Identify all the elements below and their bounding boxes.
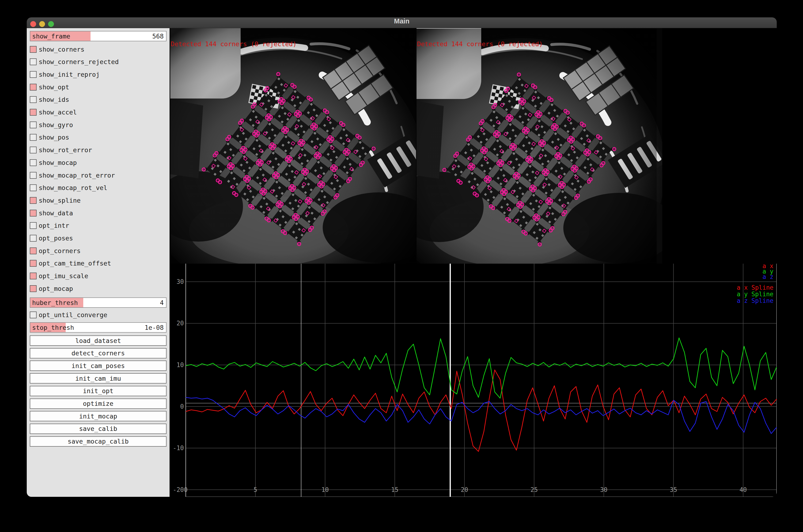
button-save_mocap_calib[interactable]: save_mocap_calib <box>30 436 167 446</box>
checkbox-box[interactable] <box>30 172 37 179</box>
y-tick-label: 30 <box>177 278 184 285</box>
checkbox-label: opt_imu_scale <box>39 272 88 280</box>
x-tick-label: 40 <box>740 486 747 493</box>
checkbox-box[interactable] <box>30 159 37 166</box>
x-tick-label: 35 <box>670 486 677 493</box>
checkbox-box[interactable] <box>30 71 37 78</box>
titlebar: Main <box>27 17 777 28</box>
button-detect_corners[interactable]: detect_corners <box>30 348 167 358</box>
legend-spline-entry[interactable]: a y Spline <box>737 291 773 298</box>
checkbox-label: show_accel <box>39 109 77 116</box>
checkbox-opt_intr[interactable]: opt_intr <box>30 221 69 231</box>
button-save_calib[interactable]: save_calib <box>30 424 167 434</box>
camera-view-left: Detected 144 corners (0 rejected) <box>170 28 416 264</box>
checkbox-box[interactable] <box>30 210 37 216</box>
slider-stop_thresh[interactable]: stop_thresh1e-08 <box>30 322 167 332</box>
checkbox-label: show_ids <box>39 96 69 103</box>
camera-view-right: Detected 144 corners (0 rejected) <box>417 28 662 264</box>
checkbox-box[interactable] <box>30 272 37 279</box>
sidebar-panel: show_frame568show_cornersshow_corners_re… <box>27 28 170 497</box>
checkbox-opt_imu_scale[interactable]: opt_imu_scale <box>30 271 88 281</box>
checkbox-box[interactable] <box>30 96 37 103</box>
checkbox-show_rot_error[interactable]: show_rot_error <box>30 145 92 155</box>
checkbox-label: show_pos <box>39 134 69 141</box>
checkbox-show_corners[interactable]: show_corners <box>30 44 84 54</box>
checkbox-box[interactable] <box>30 147 37 153</box>
slider-value: 4 <box>160 298 164 307</box>
legend-spline-entry[interactable]: a x Spline <box>737 284 773 291</box>
button-init_opt[interactable]: init_opt <box>30 386 167 396</box>
checkbox-show_mocap[interactable]: show_mocap <box>30 157 77 168</box>
checkbox-label: opt_mocap <box>39 285 73 292</box>
checkbox-box[interactable] <box>30 58 37 65</box>
button-init_cam_imu[interactable]: init_cam_imu <box>30 373 167 383</box>
checkbox-opt_corners[interactable]: opt_corners <box>30 246 81 256</box>
checkbox-show_corners_rejected[interactable]: show_corners_rejected <box>30 57 119 67</box>
x-tick-label: 30 <box>600 486 607 493</box>
y-tick-label: 0 <box>180 403 184 410</box>
checkbox-show_mocap_rot_error[interactable]: show_mocap_rot_error <box>30 170 115 180</box>
checkbox-box[interactable] <box>30 311 37 318</box>
checkbox-box[interactable] <box>30 235 37 242</box>
checkbox-box[interactable] <box>30 260 37 267</box>
button-init_mocap[interactable]: init_mocap <box>30 411 167 421</box>
slider-value: 1e-08 <box>145 323 164 332</box>
button-load_dataset[interactable]: load_dataset <box>30 336 167 346</box>
checkbox-box[interactable] <box>30 46 37 53</box>
slider-label: huber_thresh <box>32 298 78 307</box>
checkbox-box[interactable] <box>30 134 37 141</box>
checkbox-label: opt_intr <box>39 222 69 229</box>
button-init_cam_poses[interactable]: init_cam_poses <box>30 361 167 371</box>
x-tick-label: 10 <box>322 486 329 493</box>
legend-data-entry[interactable]: a z <box>762 273 773 280</box>
slider-huber_thresh[interactable]: huber_thresh4 <box>30 298 167 308</box>
legend-spline-entry[interactable]: a z Spline <box>737 297 773 304</box>
checkbox-label: show_corners_rejected <box>39 58 119 65</box>
checkbox-opt_mocap[interactable]: opt_mocap <box>30 283 73 294</box>
x-tick-label: 15 <box>391 486 399 493</box>
accel-plot-panel[interactable]: 3020100-10-200510152025303540a xa ya za … <box>170 264 777 497</box>
checkbox-show_gyro[interactable]: show_gyro <box>30 120 73 130</box>
checkbox-box[interactable] <box>30 197 37 204</box>
y-tick-label: 10 <box>177 361 184 368</box>
checkbox-label: opt_cam_time_offset <box>39 260 111 267</box>
slider-show_frame[interactable]: show_frame568 <box>30 31 167 41</box>
checkbox-show_accel[interactable]: show_accel <box>30 107 77 117</box>
checkbox-label: show_gyro <box>39 121 73 129</box>
series-a-y <box>186 338 777 398</box>
checkbox-label: show_mocap <box>39 159 77 166</box>
checkbox-label: opt_poses <box>39 234 73 242</box>
detection-status-right: Detected 144 corners (0 rejected) <box>417 40 543 48</box>
y-tick-label: -10 <box>173 444 184 452</box>
checkbox-label: show_init_reproj <box>39 71 100 78</box>
y-tick-label: 20 <box>177 320 184 327</box>
checkbox-label: show_opt <box>39 83 69 91</box>
x-tick-label: 5 <box>253 486 257 493</box>
checkbox-box[interactable] <box>30 184 37 191</box>
checkbox-opt_until_converge[interactable]: opt_until_converge <box>30 310 108 320</box>
x-tick-label: 25 <box>531 486 538 493</box>
checkbox-box[interactable] <box>30 121 37 128</box>
checkbox-show_ids[interactable]: show_ids <box>30 95 69 105</box>
x-tick-label: 0 <box>184 486 188 493</box>
checkbox-opt_cam_time_offset[interactable]: opt_cam_time_offset <box>30 258 111 269</box>
checkbox-box[interactable] <box>30 84 37 91</box>
checkbox-label: opt_corners <box>39 247 81 254</box>
checkbox-box[interactable] <box>30 109 37 116</box>
checkbox-opt_poses[interactable]: opt_poses <box>30 233 73 244</box>
checkbox-show_pos[interactable]: show_pos <box>30 132 69 142</box>
checkbox-box[interactable] <box>30 222 37 229</box>
slider-value: 568 <box>152 32 164 41</box>
y-tick-label: -20 <box>173 486 184 493</box>
checkbox-show_mocap_rot_vel[interactable]: show_mocap_rot_vel <box>30 183 108 193</box>
camera-strip: Detected 144 corners (0 rejected) Detect… <box>170 28 777 264</box>
checkbox-show_data[interactable]: show_data <box>30 208 73 218</box>
checkbox-box[interactable] <box>30 285 37 292</box>
checkbox-box[interactable] <box>30 247 37 254</box>
checkbox-label: show_mocap_rot_error <box>39 172 115 179</box>
button-optimize[interactable]: optimize <box>30 399 167 409</box>
checkbox-show_opt[interactable]: show_opt <box>30 82 69 92</box>
checkbox-show_init_reproj[interactable]: show_init_reproj <box>30 69 100 79</box>
detection-status-left: Detected 144 corners (0 rejected) <box>171 40 297 48</box>
checkbox-show_spline[interactable]: show_spline <box>30 195 81 206</box>
